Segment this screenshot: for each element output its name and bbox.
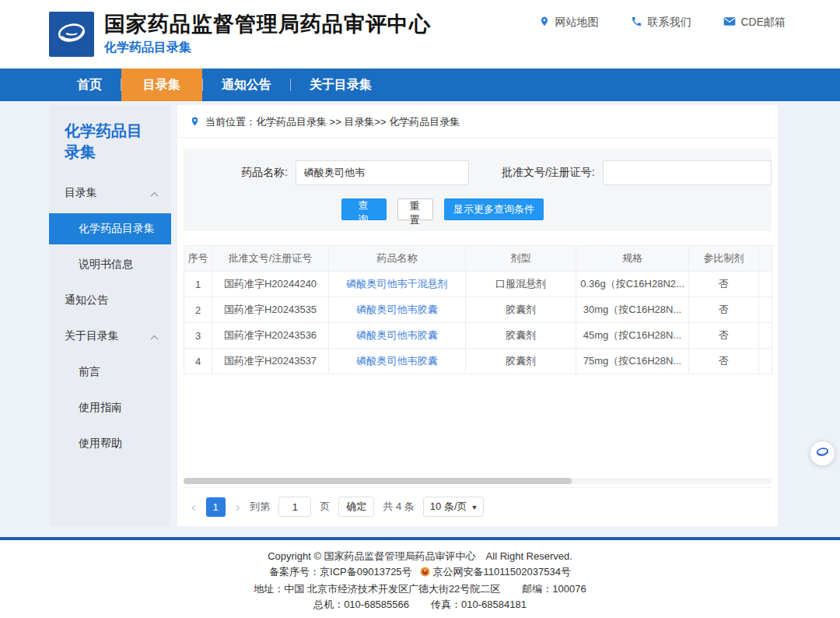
query-button[interactable]: 查询 <box>341 198 387 220</box>
col-header-overflow <box>759 246 772 272</box>
phone-icon <box>631 16 642 30</box>
page-size-select[interactable]: 10 条/页 ▾ <box>423 497 484 517</box>
page-number-1[interactable]: 1 <box>206 497 226 517</box>
address-text: 地址：中国 北京市经济技术开发区广德大街22号院二区 <box>254 583 500 595</box>
sidebar-item-help[interactable]: 使用帮助 <box>49 426 171 462</box>
goto-page-input[interactable] <box>278 497 311 517</box>
cell-spec: 30mg（按C16H28N... <box>576 297 689 323</box>
sidebar-item-label: 关于目录集 <box>65 329 119 343</box>
license-number-input[interactable] <box>603 160 772 185</box>
col-header-spec: 规格 <box>576 246 689 272</box>
page-unit-label: 页 <box>320 500 330 514</box>
main-nav: 首页 目录集 通知公告 关于目录集 <box>0 68 840 101</box>
nav-item-home[interactable]: 首页 <box>58 68 121 101</box>
reset-button[interactable]: 重置 <box>397 198 433 220</box>
chevron-up-icon <box>150 330 159 342</box>
cell-overflow <box>759 349 772 374</box>
cde-logo[interactable] <box>49 12 94 57</box>
next-page-button[interactable]: › <box>234 500 242 514</box>
cell-reference: 否 <box>689 323 759 349</box>
sitemap-label: 网站地图 <box>555 16 598 30</box>
nav-item-notices[interactable]: 通知公告 <box>203 68 290 101</box>
drug-name-link[interactable]: 磷酸奥司他韦胶囊 <box>329 297 466 323</box>
drug-name-link[interactable]: 磷酸奥司他韦胶囊 <box>329 349 466 374</box>
sidebar-item-label: 化学药品目录集 <box>79 222 155 236</box>
record-line: 备案序号：京ICP备09013725号京公网安备11011502037534号 <box>0 564 840 581</box>
cde-mail-link[interactable]: CDE邮箱 <box>723 16 786 30</box>
sidebar-item-about-group[interactable]: 关于目录集 <box>49 318 171 354</box>
chevron-down-icon: ▾ <box>473 503 477 511</box>
search-form: 药品名称: 批准文号/注册证号: 查询 重置 显示更多查询条件 <box>184 149 772 231</box>
brand-titles: 国家药品监督管理局药品审评中心 化学药品目录集 <box>104 12 431 56</box>
fax-text: 传真：010-68584181 <box>431 599 527 610</box>
scrollbar-thumb[interactable] <box>184 478 572 484</box>
phone-line: 总机：010-68585566传真：010-68584181 <box>0 597 840 613</box>
sidebar-item-label: 通知公告 <box>65 293 108 307</box>
col-header-drug-name: 药品名称 <box>329 246 466 272</box>
sidebar-item-label: 说明书信息 <box>79 258 133 272</box>
cell-license: 国药准字H20244240 <box>212 272 329 297</box>
sitemap-link[interactable]: 网站地图 <box>539 16 598 30</box>
prev-page-button[interactable]: ‹ <box>190 500 198 514</box>
content-panel: 当前位置：化学药品目录集 >> 目录集>> 化学药品目录集 药品名称: 批准文号… <box>177 105 778 526</box>
postcode-text: 邮编：100076 <box>522 583 586 595</box>
nav-item-about-catalog[interactable]: 关于目录集 <box>291 68 390 101</box>
horizontal-scrollbar <box>184 478 772 484</box>
sidebar-item-label: 前言 <box>79 365 100 379</box>
cell-dosage-form: 胶囊剂 <box>466 323 576 349</box>
drug-name-input[interactable] <box>296 160 469 185</box>
cell-no: 4 <box>184 349 212 374</box>
cell-reference: 否 <box>689 297 759 323</box>
cell-no: 1 <box>184 272 212 297</box>
contact-link[interactable]: 联系我们 <box>631 16 691 30</box>
phone-text: 总机：010-68585566 <box>313 599 409 610</box>
brand: 国家药品监督管理局药品审评中心 化学药品目录集 <box>49 12 431 57</box>
cell-reference: 否 <box>689 272 759 297</box>
drug-name-link[interactable]: 磷酸奥司他韦干混悬剂 <box>329 272 466 297</box>
cell-overflow <box>759 272 772 297</box>
site-subtitle: 化学药品目录集 <box>104 40 431 56</box>
col-header-no: 序号 <box>184 246 212 272</box>
more-conditions-button[interactable]: 显示更多查询条件 <box>444 198 544 220</box>
floating-cde-button[interactable] <box>810 441 835 465</box>
cde-swirl-icon <box>54 16 89 53</box>
sidebar-item-instructions-info[interactable]: 说明书信息 <box>49 247 171 283</box>
cde-swirl-icon <box>815 444 830 462</box>
search-buttons-row: 查询 重置 显示更多查询条件 <box>149 198 737 220</box>
cell-reference: 否 <box>689 349 759 374</box>
results-table: 序号 批准文号/注册证号 药品名称 剂型 规格 参比制剂 1 国药准字H2024… <box>184 245 772 374</box>
table-header-row: 序号 批准文号/注册证号 药品名称 剂型 规格 参比制剂 <box>184 246 772 272</box>
cell-license: 国药准字H20243536 <box>212 323 329 349</box>
results-table-wrap: 序号 批准文号/注册证号 药品名称 剂型 规格 参比制剂 1 国药准字H2024… <box>184 245 772 374</box>
table-row: 3 国药准字H20243536 磷酸奥司他韦胶囊 胶囊剂 45mg（按C16H2… <box>184 323 772 349</box>
contact-label: 联系我们 <box>647 16 691 30</box>
breadcrumb-text: 当前位置：化学药品目录集 >> 目录集>> 化学药品目录集 <box>205 115 460 129</box>
table-row: 4 国药准字H20243537 磷酸奥司他韦胶囊 胶囊剂 75mg（按C16H2… <box>184 349 772 374</box>
search-fields-row: 药品名称: 批准文号/注册证号: <box>184 160 772 185</box>
address-line: 地址：中国 北京市经济技术开发区广德大街22号院二区邮编：100076 <box>0 581 840 597</box>
envelope-icon <box>723 16 736 29</box>
panel-spacer <box>177 374 778 478</box>
sidebar-item-label: 使用帮助 <box>79 437 122 451</box>
total-count-label: 共 4 条 <box>383 500 414 514</box>
sidebar: 化学药品目录集 目录集 化学药品目录集 说明书信息 通知公告 关于目录集 前言 … <box>49 105 171 526</box>
license-number-label: 批准文号/注册证号: <box>469 166 603 180</box>
cell-overflow <box>759 297 772 323</box>
main-area: 化学药品目录集 目录集 化学药品目录集 说明书信息 通知公告 关于目录集 前言 … <box>0 101 840 537</box>
breadcrumb: 当前位置：化学药品目录集 >> 目录集>> 化学药品目录集 <box>177 105 778 138</box>
chevron-up-icon <box>150 187 159 199</box>
sidebar-item-label: 使用指南 <box>79 401 122 415</box>
cell-no: 2 <box>184 297 212 323</box>
nav-item-catalog[interactable]: 目录集 <box>121 68 202 101</box>
sidebar-item-preface[interactable]: 前言 <box>49 354 171 390</box>
copyright-line: Copyright © 国家药品监督管理局药品审评中心 All Right Re… <box>0 549 840 564</box>
cell-dosage-form: 胶囊剂 <box>466 349 576 374</box>
site-title: 国家药品监督管理局药品审评中心 <box>104 12 431 36</box>
drug-name-link[interactable]: 磷酸奥司他韦胶囊 <box>329 323 466 349</box>
sidebar-item-notices[interactable]: 通知公告 <box>49 283 171 318</box>
sidebar-item-user-guide[interactable]: 使用指南 <box>49 390 171 426</box>
location-pin-icon <box>190 116 200 129</box>
cde-mail-label: CDE邮箱 <box>740 16 786 30</box>
col-header-license: 批准文号/注册证号 <box>212 246 329 272</box>
confirm-page-button[interactable]: 确定 <box>338 497 374 517</box>
